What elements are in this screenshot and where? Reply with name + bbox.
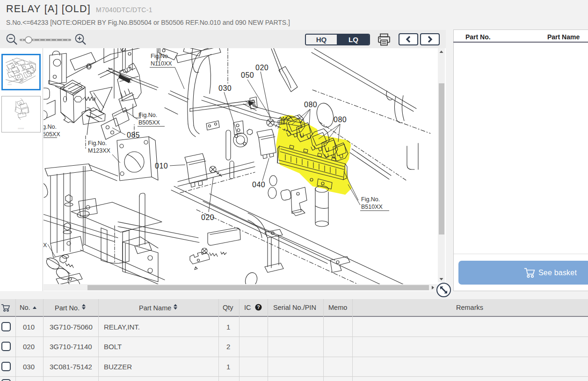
svg-text:020: 020	[255, 64, 269, 72]
svg-text:030: 030	[218, 84, 232, 92]
svg-text:M123XX: M123XX	[88, 147, 111, 154]
svg-text:X: X	[44, 242, 47, 249]
svg-text:B510XX: B510XX	[361, 204, 383, 210]
svg-text:######: ######	[18, 127, 24, 130]
svg-text:085: 085	[127, 131, 140, 139]
svg-text:Fig.No.: Fig.No.	[361, 196, 380, 203]
svg-text:Fig.No.: Fig.No.	[138, 112, 157, 118]
svg-text:Fig.No.: Fig.No.	[151, 53, 169, 59]
svg-text:505XX: 505XX	[44, 131, 60, 138]
svg-text:020: 020	[201, 213, 214, 221]
svg-text:040: 040	[252, 181, 265, 189]
svg-text:N110XX: N110XX	[151, 60, 172, 67]
svg-text:g.No.: g.No.	[44, 124, 57, 130]
svg-text:080: 080	[334, 116, 347, 124]
svg-text:010: 010	[155, 162, 168, 170]
svg-text:B505XX: B505XX	[138, 119, 160, 126]
svg-text:050: 050	[241, 71, 254, 79]
svg-text:####: ####	[7, 83, 12, 86]
svg-text:080: 080	[304, 101, 317, 109]
svg-text:Fig.No.: Fig.No.	[88, 140, 107, 147]
svg-text:?: ?	[257, 304, 260, 310]
